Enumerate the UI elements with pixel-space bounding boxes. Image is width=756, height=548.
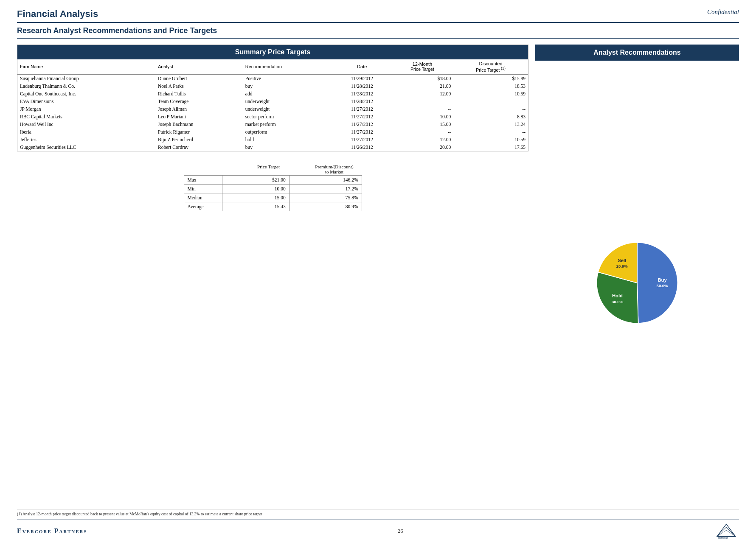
svg-marker-1 bbox=[717, 527, 736, 537]
table-row: Ladenburg Thalmann & Co. Noel A Parks bu… bbox=[17, 82, 528, 90]
stats-label: Min bbox=[184, 184, 222, 193]
cell-discounted: 13.24 bbox=[453, 120, 528, 128]
cell-discounted: 10.59 bbox=[453, 90, 528, 98]
cell-discounted: 18.53 bbox=[453, 82, 528, 90]
footer-page-number: 26 bbox=[398, 528, 403, 534]
cell-date: 11/27/2012 bbox=[333, 120, 391, 128]
cell-price-target: 15.00 bbox=[391, 120, 453, 128]
pie-label-buy: Buy bbox=[658, 277, 667, 282]
cell-date: 11/27/2012 bbox=[333, 105, 391, 113]
footer: (1) Analyst 12-month price target discou… bbox=[17, 505, 739, 540]
main-content: Summary Price Targets Firm Name Analyst … bbox=[17, 45, 739, 505]
cell-date: 11/29/2012 bbox=[333, 74, 391, 82]
col-analyst: Analyst bbox=[155, 59, 243, 74]
pie-segment-buy bbox=[637, 242, 677, 323]
cell-discounted: -- bbox=[453, 98, 528, 105]
pie-chart: Buy50.0%Hold30.0%Sell20.9% bbox=[582, 228, 692, 338]
cell-discounted: 10.59 bbox=[453, 136, 528, 143]
pie-value-hold: 30.0% bbox=[612, 299, 624, 304]
cell-firm: Susquehanna Financial Group bbox=[17, 74, 155, 82]
stats-premium: 75.8% bbox=[289, 193, 362, 202]
cell-firm: EVA Dimensions bbox=[17, 98, 155, 105]
col-firm-name: Firm Name bbox=[17, 59, 155, 74]
cell-firm: Jefferies bbox=[17, 136, 155, 143]
stats-label: Average bbox=[184, 202, 222, 211]
cell-analyst: Team Coverage bbox=[155, 98, 243, 105]
main-analyst-table: Firm Name Analyst Recommendation Date 12… bbox=[17, 59, 528, 151]
col-discounted: DiscountedPrice Target (1) bbox=[453, 59, 528, 74]
cell-recommendation: hold bbox=[243, 136, 333, 143]
stats-price: 15.43 bbox=[222, 202, 289, 211]
pie-label-sell: Sell bbox=[618, 257, 626, 263]
cell-recommendation: underweight bbox=[243, 105, 333, 113]
cell-discounted: $15.89 bbox=[453, 74, 528, 82]
stats-label-row: Price Target Premium/(Discount)to Market bbox=[184, 164, 362, 174]
cell-price-target: 12.00 bbox=[391, 136, 453, 143]
stats-outer: Price Target Premium/(Discount)to Market… bbox=[184, 164, 362, 211]
right-panel: Analyst Recommendations Buy50.0%Hold30.0… bbox=[535, 45, 739, 505]
stats-label: Median bbox=[184, 193, 222, 202]
cell-recommendation: buy bbox=[243, 143, 333, 151]
pie-value-sell: 20.9% bbox=[616, 264, 628, 268]
col-price-target: 12-MonthPrice Target bbox=[391, 59, 453, 74]
page: Financial Analysis Confidential Research… bbox=[0, 0, 756, 548]
cell-recommendation: underweight bbox=[243, 98, 333, 105]
cell-recommendation: market perform bbox=[243, 120, 333, 128]
stats-label-right: Price Target Premium/(Discount)to Market bbox=[243, 164, 362, 174]
footer-firm-name: Evercore Partners bbox=[17, 527, 87, 535]
page-subtitle: Research Analyst Recommendations and Pri… bbox=[17, 26, 739, 39]
col-recommendation: Recommendation bbox=[243, 59, 333, 74]
stats-row: Min 10.00 17.2% bbox=[184, 184, 362, 193]
left-panel: Summary Price Targets Firm Name Analyst … bbox=[17, 45, 528, 505]
stats-price: 10.00 bbox=[222, 184, 289, 193]
stats-area: Price Target Premium/(Discount)to Market… bbox=[17, 164, 528, 211]
stats-premium: 146.2% bbox=[289, 175, 362, 184]
cell-analyst: Richard Tullis bbox=[155, 90, 243, 98]
svg-text:McMoRan: McMoRan bbox=[718, 537, 728, 539]
cell-date: 11/27/2012 bbox=[333, 128, 391, 136]
cell-analyst: Duane Grubert bbox=[155, 74, 243, 82]
table-row: EVA Dimensions Team Coverage underweight… bbox=[17, 98, 528, 105]
summary-header: Summary Price Targets bbox=[17, 45, 528, 59]
header: Financial Analysis Confidential bbox=[17, 8, 739, 23]
cell-price-target: 12.00 bbox=[391, 90, 453, 98]
footer-logo: McMoRan bbox=[714, 523, 739, 540]
stats-col2-label: Premium/(Discount)to Market bbox=[307, 164, 362, 174]
cell-date: 11/27/2012 bbox=[333, 136, 391, 143]
cell-analyst: Joseph Allman bbox=[155, 105, 243, 113]
cell-price-target: 10.00 bbox=[391, 113, 453, 120]
cell-discounted: 17.65 bbox=[453, 143, 528, 151]
cell-analyst: Leo P Mariani bbox=[155, 113, 243, 120]
cell-analyst: Biju Z Perincheril bbox=[155, 136, 243, 143]
table-row: JP Morgan Joseph Allman underweight 11/2… bbox=[17, 105, 528, 113]
stats-price: 15.00 bbox=[222, 193, 289, 202]
cell-recommendation: outperform bbox=[243, 128, 333, 136]
table-row: Guggenheim Securities LLC Robert Cordray… bbox=[17, 143, 528, 151]
stats-row: Average 15.43 80.9% bbox=[184, 202, 362, 211]
footer-note: (1) Analyst 12-month price target discou… bbox=[17, 509, 739, 516]
table-row: Jefferies Biju Z Perincheril hold 11/27/… bbox=[17, 136, 528, 143]
stats-col1-label: Price Target bbox=[243, 164, 294, 174]
table-row: Iberia Patrick Rigamer outperform 11/27/… bbox=[17, 128, 528, 136]
stats-price: $21.00 bbox=[222, 175, 289, 184]
cell-firm: Howard Weil Inc bbox=[17, 120, 155, 128]
col-date: Date bbox=[333, 59, 391, 74]
cell-firm: JP Morgan bbox=[17, 105, 155, 113]
cell-date: 11/28/2012 bbox=[333, 98, 391, 105]
cell-firm: Capital One Southcoast, Inc. bbox=[17, 90, 155, 98]
cell-price-target: -- bbox=[391, 98, 453, 105]
analyst-recommendations-header: Analyst Recommendations bbox=[535, 45, 739, 61]
cell-recommendation: Positive bbox=[243, 74, 333, 82]
stats-row: Median 15.00 75.8% bbox=[184, 193, 362, 202]
stats-table: Max $21.00 146.2% Min 10.00 17.2% Median… bbox=[184, 175, 362, 211]
cell-firm: Ladenburg Thalmann & Co. bbox=[17, 82, 155, 90]
stats-row: Max $21.00 146.2% bbox=[184, 175, 362, 184]
cell-price-target: 21.00 bbox=[391, 82, 453, 90]
cell-recommendation: sector perform bbox=[243, 113, 333, 120]
cell-date: 11/26/2012 bbox=[333, 143, 391, 151]
cell-analyst: Noel A Parks bbox=[155, 82, 243, 90]
table-row: Capital One Southcoast, Inc. Richard Tul… bbox=[17, 90, 528, 98]
cell-analyst: Patrick Rigamer bbox=[155, 128, 243, 136]
cell-analyst: Robert Cordray bbox=[155, 143, 243, 151]
footer-bottom: Evercore Partners 26 McMoRan bbox=[17, 520, 739, 540]
